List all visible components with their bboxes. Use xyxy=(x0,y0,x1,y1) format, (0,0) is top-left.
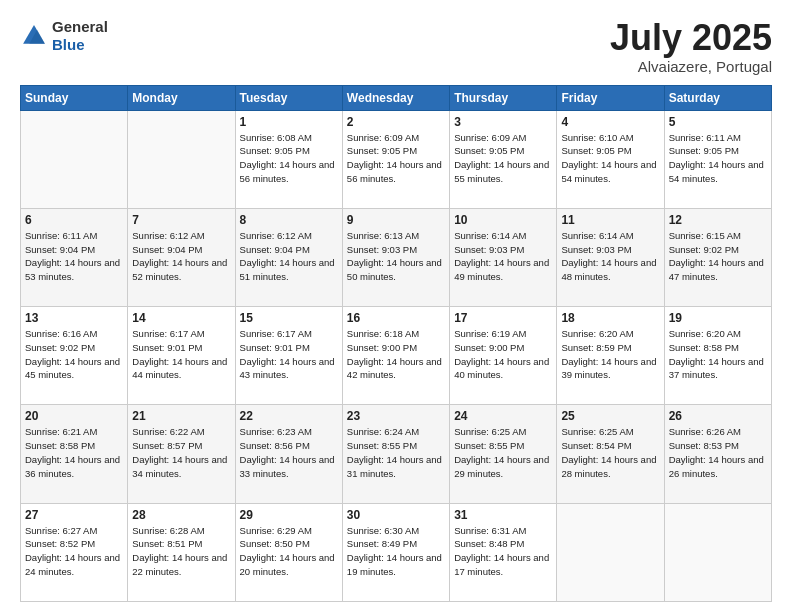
table-row: 17Sunrise: 6:19 AMSunset: 9:00 PMDayligh… xyxy=(450,307,557,405)
calendar-header-row: Sunday Monday Tuesday Wednesday Thursday… xyxy=(21,85,772,110)
sunset-text: Sunset: 9:00 PM xyxy=(347,341,445,355)
sunset-text: Sunset: 8:51 PM xyxy=(132,537,230,551)
daylight-text: Daylight: 14 hours and 49 minutes. xyxy=(454,256,552,284)
day-number: 6 xyxy=(25,213,123,227)
sunrise-text: Sunrise: 6:20 AM xyxy=(561,327,659,341)
col-wednesday: Wednesday xyxy=(342,85,449,110)
table-row: 11Sunrise: 6:14 AMSunset: 9:03 PMDayligh… xyxy=(557,208,664,306)
daylight-text: Daylight: 14 hours and 44 minutes. xyxy=(132,355,230,383)
sunrise-text: Sunrise: 6:24 AM xyxy=(347,425,445,439)
logo-text-general: General xyxy=(52,18,108,36)
sunset-text: Sunset: 8:49 PM xyxy=(347,537,445,551)
sunrise-text: Sunrise: 6:28 AM xyxy=(132,524,230,538)
daylight-text: Daylight: 14 hours and 29 minutes. xyxy=(454,453,552,481)
day-number: 1 xyxy=(240,115,338,129)
sunrise-text: Sunrise: 6:21 AM xyxy=(25,425,123,439)
table-row: 25Sunrise: 6:25 AMSunset: 8:54 PMDayligh… xyxy=(557,405,664,503)
sunset-text: Sunset: 9:03 PM xyxy=(561,243,659,257)
table-row: 4Sunrise: 6:10 AMSunset: 9:05 PMDaylight… xyxy=(557,110,664,208)
sunset-text: Sunset: 8:56 PM xyxy=(240,439,338,453)
sunset-text: Sunset: 9:02 PM xyxy=(25,341,123,355)
sunrise-text: Sunrise: 6:17 AM xyxy=(132,327,230,341)
sunrise-text: Sunrise: 6:25 AM xyxy=(561,425,659,439)
table-row: 15Sunrise: 6:17 AMSunset: 9:01 PMDayligh… xyxy=(235,307,342,405)
daylight-text: Daylight: 14 hours and 47 minutes. xyxy=(669,256,767,284)
sunset-text: Sunset: 8:58 PM xyxy=(25,439,123,453)
sunrise-text: Sunrise: 6:11 AM xyxy=(25,229,123,243)
day-number: 27 xyxy=(25,508,123,522)
sunset-text: Sunset: 8:52 PM xyxy=(25,537,123,551)
day-number: 9 xyxy=(347,213,445,227)
daylight-text: Daylight: 14 hours and 33 minutes. xyxy=(240,453,338,481)
col-saturday: Saturday xyxy=(664,85,771,110)
sunrise-text: Sunrise: 6:15 AM xyxy=(669,229,767,243)
sunrise-text: Sunrise: 6:18 AM xyxy=(347,327,445,341)
daylight-text: Daylight: 14 hours and 40 minutes. xyxy=(454,355,552,383)
table-row: 7Sunrise: 6:12 AMSunset: 9:04 PMDaylight… xyxy=(128,208,235,306)
table-row: 10Sunrise: 6:14 AMSunset: 9:03 PMDayligh… xyxy=(450,208,557,306)
table-row: 22Sunrise: 6:23 AMSunset: 8:56 PMDayligh… xyxy=(235,405,342,503)
day-number: 8 xyxy=(240,213,338,227)
day-number: 12 xyxy=(669,213,767,227)
col-thursday: Thursday xyxy=(450,85,557,110)
daylight-text: Daylight: 14 hours and 19 minutes. xyxy=(347,551,445,579)
daylight-text: Daylight: 14 hours and 45 minutes. xyxy=(25,355,123,383)
sunrise-text: Sunrise: 6:12 AM xyxy=(132,229,230,243)
table-row: 12Sunrise: 6:15 AMSunset: 9:02 PMDayligh… xyxy=(664,208,771,306)
table-row: 21Sunrise: 6:22 AMSunset: 8:57 PMDayligh… xyxy=(128,405,235,503)
day-number: 2 xyxy=(347,115,445,129)
table-row: 8Sunrise: 6:12 AMSunset: 9:04 PMDaylight… xyxy=(235,208,342,306)
daylight-text: Daylight: 14 hours and 39 minutes. xyxy=(561,355,659,383)
day-number: 20 xyxy=(25,409,123,423)
title-block: July 2025 Alvaiazere, Portugal xyxy=(610,18,772,75)
daylight-text: Daylight: 14 hours and 43 minutes. xyxy=(240,355,338,383)
table-row: 16Sunrise: 6:18 AMSunset: 9:00 PMDayligh… xyxy=(342,307,449,405)
col-tuesday: Tuesday xyxy=(235,85,342,110)
table-row: 27Sunrise: 6:27 AMSunset: 8:52 PMDayligh… xyxy=(21,503,128,601)
daylight-text: Daylight: 14 hours and 36 minutes. xyxy=(25,453,123,481)
sunset-text: Sunset: 9:05 PM xyxy=(240,144,338,158)
logo-icon xyxy=(20,22,48,50)
day-number: 11 xyxy=(561,213,659,227)
day-number: 24 xyxy=(454,409,552,423)
day-number: 21 xyxy=(132,409,230,423)
table-row: 30Sunrise: 6:30 AMSunset: 8:49 PMDayligh… xyxy=(342,503,449,601)
day-number: 10 xyxy=(454,213,552,227)
daylight-text: Daylight: 14 hours and 20 minutes. xyxy=(240,551,338,579)
table-row: 26Sunrise: 6:26 AMSunset: 8:53 PMDayligh… xyxy=(664,405,771,503)
daylight-text: Daylight: 14 hours and 34 minutes. xyxy=(132,453,230,481)
sunrise-text: Sunrise: 6:29 AM xyxy=(240,524,338,538)
col-sunday: Sunday xyxy=(21,85,128,110)
day-number: 22 xyxy=(240,409,338,423)
calendar-week-row: 1Sunrise: 6:08 AMSunset: 9:05 PMDaylight… xyxy=(21,110,772,208)
table-row: 9Sunrise: 6:13 AMSunset: 9:03 PMDaylight… xyxy=(342,208,449,306)
table-row: 19Sunrise: 6:20 AMSunset: 8:58 PMDayligh… xyxy=(664,307,771,405)
daylight-text: Daylight: 14 hours and 17 minutes. xyxy=(454,551,552,579)
day-number: 16 xyxy=(347,311,445,325)
sunset-text: Sunset: 9:05 PM xyxy=(454,144,552,158)
table-row: 6Sunrise: 6:11 AMSunset: 9:04 PMDaylight… xyxy=(21,208,128,306)
sunset-text: Sunset: 8:54 PM xyxy=(561,439,659,453)
sunset-text: Sunset: 8:59 PM xyxy=(561,341,659,355)
sunset-text: Sunset: 9:04 PM xyxy=(240,243,338,257)
sunrise-text: Sunrise: 6:26 AM xyxy=(669,425,767,439)
table-row: 14Sunrise: 6:17 AMSunset: 9:01 PMDayligh… xyxy=(128,307,235,405)
month-title: July 2025 xyxy=(610,18,772,58)
daylight-text: Daylight: 14 hours and 37 minutes. xyxy=(669,355,767,383)
table-row: 23Sunrise: 6:24 AMSunset: 8:55 PMDayligh… xyxy=(342,405,449,503)
sunrise-text: Sunrise: 6:09 AM xyxy=(347,131,445,145)
table-row xyxy=(21,110,128,208)
day-number: 13 xyxy=(25,311,123,325)
sunset-text: Sunset: 9:05 PM xyxy=(561,144,659,158)
sunset-text: Sunset: 9:05 PM xyxy=(669,144,767,158)
sunrise-text: Sunrise: 6:31 AM xyxy=(454,524,552,538)
sunset-text: Sunset: 9:05 PM xyxy=(347,144,445,158)
day-number: 17 xyxy=(454,311,552,325)
sunrise-text: Sunrise: 6:14 AM xyxy=(561,229,659,243)
sunset-text: Sunset: 8:55 PM xyxy=(347,439,445,453)
table-row: 3Sunrise: 6:09 AMSunset: 9:05 PMDaylight… xyxy=(450,110,557,208)
sunset-text: Sunset: 8:57 PM xyxy=(132,439,230,453)
page-header: General Blue July 2025 Alvaiazere, Portu… xyxy=(20,18,772,75)
daylight-text: Daylight: 14 hours and 52 minutes. xyxy=(132,256,230,284)
sunrise-text: Sunrise: 6:11 AM xyxy=(669,131,767,145)
